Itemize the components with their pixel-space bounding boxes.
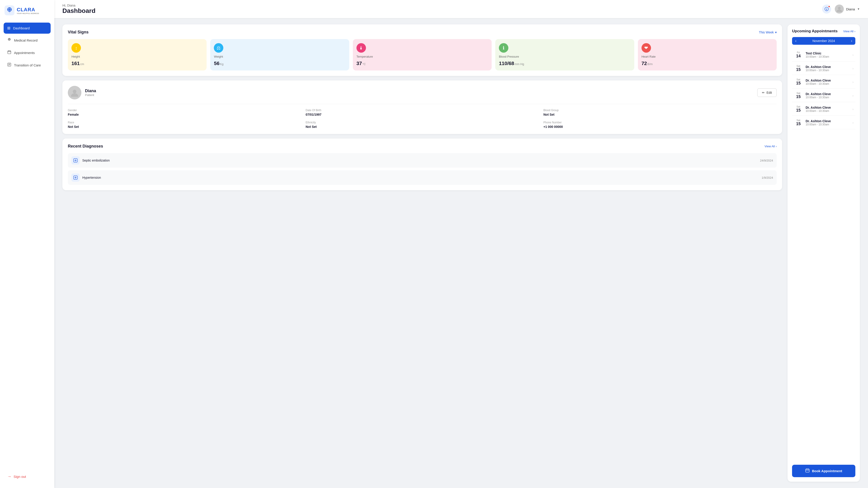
appointment-item-4[interactable]: Sat 15 Dr. Ashton Cleve 10:00am - 10:30a… [792,103,855,116]
vital-weight: ⚖ Weight 56Kg [210,39,349,70]
appt-daynum-1: 15 [794,67,803,72]
vital-height: ↕ Height 161cm [68,39,207,70]
appointment-item-0[interactable]: Fri 14 Test Clinic 10:00am - 10:30am › [792,48,855,61]
sidebar-item-transition-label: Transition of Care [14,63,41,67]
appt-chevron-2: › [852,80,854,84]
view-all-arrow-icon: › [776,144,777,148]
appointments-view-all[interactable]: View All › [843,30,855,33]
appt-daynum-3: 15 [794,94,803,99]
edit-label: Edit [767,91,772,94]
diagnoses-view-all[interactable]: View All › [765,144,777,148]
diagnoses-title: Recent Diagnoses [68,144,103,149]
appt-time-3: 10:00am - 10:30am [806,96,850,99]
nav-items: ⊞ Dashboard Medical Record Appointments … [0,23,54,470]
height-label: Height [71,55,203,58]
appt-doctor-5: Dr. Ashton Cleve [806,119,850,123]
patient-details-grid: Gender Female Date Of Birth 07/01/1997 B… [68,109,777,129]
left-panel: Vital Signs This Week ▾ ↕ Height 161cm [62,24,782,482]
svg-rect-24 [806,469,809,472]
diagnosis-item-1: Hypertension 1/9/2024 [68,170,777,185]
diagnosis-icon-1 [71,173,80,182]
logo-tagline: YOUR HELPFUL ADDRESS [17,13,39,14]
appt-time-0: 10:00am - 10:30am [806,55,850,58]
appt-doctor-3: Dr. Ashton Cleve [806,92,850,96]
appt-time-2: 10:00am - 10:30am [806,82,850,86]
phone-value: +1 000 00000 [544,125,777,129]
user-profile[interactable]: Diana ▼ [835,4,860,13]
notification-button[interactable] [822,4,831,13]
height-icon: ↕ [71,43,81,53]
appointments-header: Upcoming Appointments View All › [792,29,855,33]
temperature-label: Temperature [356,55,488,58]
logo-name: CLARA [17,7,39,13]
sidebar-item-dashboard[interactable]: ⊞ Dashboard [4,23,51,34]
vital-heart-rate: ❤ Heart Rate 72B/m [638,39,777,70]
temperature-icon: 🌡 [356,43,366,53]
appt-dayname-3: Sat [794,92,803,94]
svg-point-16 [838,7,841,9]
detail-phone: Phone Number +1 000 00000 [544,121,777,129]
blood-pressure-label: Blood Pressure [499,55,630,58]
appointment-item-1[interactable]: Sat 15 Dr. Ashton Cleve 10:00am - 10:30a… [792,62,855,75]
appt-info-4: Dr. Ashton Cleve 10:00am - 10:30am [806,106,850,112]
weight-icon: ⚖ [214,43,223,53]
diagnosis-icon-0 [71,156,80,164]
appt-doctor-1: Dr. Ashton Cleve [806,65,850,69]
appointment-item-5[interactable]: Sat 15 Dr. Ashton Cleve 10:00am - 10:30a… [792,116,855,129]
appt-info-2: Dr. Ashton Cleve 10:00am - 10:30am [806,78,850,86]
weight-value: 56Kg [214,61,345,66]
race-label: Race [68,121,301,124]
vital-signs-card: Vital Signs This Week ▾ ↕ Height 161cm [62,24,782,76]
appointment-item-2[interactable]: Sat 15 Dr. Ashton Cleve 10:00am - 10:30a… [792,75,855,89]
diagnosis-date-1: 1/9/2024 [762,176,773,180]
appt-daynum-5: 15 [794,122,803,126]
prev-month-button[interactable]: ‹ [795,39,796,43]
vitals-grid: ↕ Height 161cm ⚖ Weight 56Kg [68,39,777,70]
appt-time-4: 10:00am - 10:30am [806,109,850,112]
appt-info-1: Dr. Ashton Cleve 10:00am - 10:30am [806,65,850,72]
vital-temperature: 🌡 Temperature 37°C [353,39,492,70]
appt-date-1: Sat 15 [794,65,803,72]
appt-chevron-1: › [852,67,854,70]
sidebar-item-medical-record-label: Medical Record [14,38,37,42]
heart-rate-value: 72B/m [642,61,773,66]
diagnosis-left-0: Septic embolization [71,156,110,164]
appointments-icon [7,50,11,55]
notification-icon [825,7,829,11]
appointments-title: Upcoming Appointments [792,29,837,33]
diagnoses-header: Recent Diagnoses View All › [68,144,777,149]
sidebar-item-transition-of-care[interactable]: Transition of Care [4,59,51,71]
this-week-filter[interactable]: This Week ▾ [759,31,777,34]
appointments-view-all-arrow: › [855,30,855,33]
user-name: Diana [846,7,855,11]
appt-date-4: Sat 15 [794,105,803,113]
appt-info-3: Dr. Ashton Cleve 10:00am - 10:30am [806,92,850,99]
medical-record-icon [7,38,11,43]
transition-icon [7,63,11,68]
ethnicity-label: Ethnicity [306,121,539,124]
dob-value: 07/01/1997 [306,113,539,116]
sign-out-button[interactable]: → Sign out [0,470,54,483]
book-appointment-button[interactable]: Book Appointment [792,465,855,477]
appt-chevron-3: › [852,94,854,97]
detail-ethnicity: Ethnicity Not Set [306,121,539,129]
next-month-button[interactable]: › [851,39,852,43]
sidebar-item-medical-record[interactable]: Medical Record [4,35,51,46]
edit-icon: ✏ [762,91,765,94]
appt-daynum-2: 15 [794,81,803,86]
appt-date-3: Sat 15 [794,92,803,99]
sidebar-item-appointments[interactable]: Appointments [4,47,51,59]
chevron-down-icon: ▼ [857,7,860,11]
diagnosis-item-0: Septic embolization 24/9/2024 [68,153,777,168]
appointment-item-3[interactable]: Sat 15 Dr. Ashton Cleve 10:00am - 10:30a… [792,89,855,102]
content-area: Vital Signs This Week ▾ ↕ Height 161cm [54,18,868,488]
patient-name: Diana [85,89,96,93]
edit-button[interactable]: ✏ Edit [757,88,777,97]
appt-time-1: 10:00am - 10:30am [806,69,850,72]
logo-area: CLARA YOUR HELPFUL ADDRESS [0,5,54,23]
patient-identity: Diana Patient [68,86,96,99]
filter-label: This Week [759,31,774,34]
ethnicity-value: Not Set [306,125,539,129]
appt-date-0: Fri 14 [794,51,803,59]
vital-signs-header: Vital Signs This Week ▾ [68,30,777,35]
